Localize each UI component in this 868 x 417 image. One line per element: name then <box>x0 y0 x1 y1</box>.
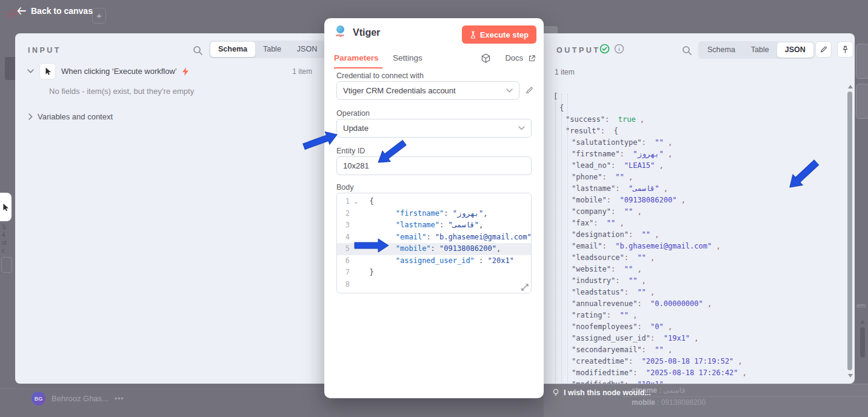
node-feedback-link[interactable]: I wish this node would... <box>564 389 651 397</box>
input-panel: INPUT Schema Table JSON When clicking ‘E… <box>15 33 324 384</box>
search-icon[interactable] <box>682 45 692 56</box>
info-icon[interactable] <box>614 44 624 54</box>
json-line: "industry": "" , <box>544 275 844 287</box>
divider <box>623 396 868 397</box>
execute-step-label: Execute step <box>480 30 529 39</box>
flask-icon <box>470 31 476 39</box>
chevron-down-icon[interactable] <box>27 69 34 73</box>
json-line: "leadstatus": "" , <box>544 287 844 298</box>
scrollbar-up-arrow[interactable] <box>848 85 853 88</box>
variables-and-context-toggle[interactable]: Variables and context <box>28 112 113 121</box>
operation-select[interactable]: Update <box>336 119 532 138</box>
json-line: "website": "" , <box>544 264 844 275</box>
node-tabs: Parameters Settings Docs <box>324 50 544 68</box>
entity-id-value: 10x281 <box>343 161 369 170</box>
user-options-icon[interactable]: ••• <box>115 395 124 403</box>
credential-select[interactable]: Vtiger CRM Credentials account <box>336 81 519 100</box>
background-small-box <box>1 257 12 273</box>
docs-link[interactable]: Docs <box>505 53 535 62</box>
json-line: "result": { <box>544 125 844 137</box>
cube-icon <box>481 53 490 63</box>
code-line[interactable]: 7 } <box>337 267 531 279</box>
input-item-count: 1 item <box>292 67 312 76</box>
divider <box>544 384 868 384</box>
output-tab-table[interactable]: Table <box>743 42 777 58</box>
output-json-lines[interactable]: [{"success": true ,"result": {"salutatio… <box>544 91 844 384</box>
tab-parameters[interactable]: Parameters <box>334 53 379 62</box>
cursor-icon <box>44 67 52 76</box>
trigger-node-icon-box <box>39 63 56 79</box>
json-line: "leadsource": "" , <box>544 252 844 264</box>
operation-label: Operation <box>336 109 370 118</box>
success-check-icon <box>599 44 610 54</box>
input-display-mode-tabs: Schema Table JSON <box>209 41 326 58</box>
json-line: "firstname": "بهروز" , <box>544 148 844 160</box>
credential-value: Vtiger CRM Credentials account <box>343 86 456 95</box>
background-divider <box>0 389 324 389</box>
search-icon[interactable] <box>193 45 203 56</box>
code-line[interactable]: 6 "assigned_user_id" : "20x1" <box>337 255 531 267</box>
json-line: "designation": "" , <box>544 229 844 241</box>
background-node-caption: S4stc <box>2 223 7 255</box>
chevron-down-icon <box>518 126 525 130</box>
scrollbar-down-arrow[interactable] <box>848 374 853 378</box>
node-header: vtiger Vtiger <box>333 25 380 40</box>
body-code-editor[interactable]: 1⌄ {2 "firstname": "بهروز",3 "lastname":… <box>336 193 532 293</box>
input-tab-json[interactable]: JSON <box>289 42 325 57</box>
input-tab-table[interactable]: Table <box>255 42 289 57</box>
code-line[interactable]: 2 "firstname": "بهروز", <box>337 208 531 220</box>
json-line: "annualrevenue": "0.00000000" , <box>544 298 844 310</box>
json-line: "lead_no": "LEA15" , <box>544 160 844 172</box>
node-title[interactable]: Vtiger <box>353 27 380 38</box>
code-line[interactable]: 4 "email": "b.ghasemei@gmail.com", <box>337 232 531 244</box>
input-source-node-row[interactable]: When clicking ‘Execute workflow’ 1 item <box>27 63 312 79</box>
expand-editor-icon[interactable] <box>521 284 529 291</box>
pin-data-button[interactable] <box>837 41 853 58</box>
background-canvas-button <box>856 44 868 79</box>
output-tab-json[interactable]: JSON <box>777 42 813 58</box>
input-tab-schema[interactable]: Schema <box>210 42 255 57</box>
json-line: "rating": "" , <box>544 310 844 321</box>
background-scroll-up <box>860 320 865 324</box>
code-line[interactable]: 5 "mobile": "09138086200", <box>337 243 531 255</box>
chevron-right-icon <box>28 113 33 120</box>
trigger-node-label: When clicking ‘Execute workflow’ <box>61 67 177 76</box>
edit-output-button[interactable] <box>815 41 832 58</box>
tab-settings[interactable]: Settings <box>393 53 422 62</box>
code-line[interactable]: 8 <box>337 279 531 291</box>
code-line[interactable]: 3 "lastname": "قاسمی", <box>337 219 531 232</box>
edit-credential-icon[interactable] <box>525 86 533 95</box>
code-line[interactable]: 1⌄ { <box>337 196 531 208</box>
background-tab <box>541 26 558 33</box>
back-to-canvas-button[interactable]: Back to canvas <box>17 6 93 16</box>
app-root: { "chrome": { "back_button": "Back to ca… <box>0 0 868 417</box>
add-node-button[interactable]: + <box>92 8 106 24</box>
background-item-count: em <box>856 302 866 309</box>
entity-id-input[interactable]: 10x281 <box>336 156 532 175</box>
output-scrollbar[interactable] <box>847 92 852 370</box>
external-link-icon <box>528 55 535 62</box>
row-value: قاسمی <box>663 386 685 395</box>
back-to-canvas-label: Back to canvas <box>31 6 93 16</box>
operation-value: Update <box>343 124 369 133</box>
docs-label: Docs <box>505 53 523 62</box>
background-table-row: mobile : 09138086200 <box>632 398 706 407</box>
node-resource-icon[interactable] <box>481 53 490 63</box>
json-line: "phone": "" , <box>544 172 844 183</box>
user-menu[interactable]: BG Behrooz Ghas... ••• <box>32 392 124 405</box>
output-panel-title: OUTPUT <box>556 46 600 55</box>
vtiger-wordmark: vtiger <box>336 33 344 37</box>
output-footer-area: stname : قاسمی mobile : 09138086200 I wi… <box>544 384 868 417</box>
json-line: "modifiedtime": "2025-08-18 17:26:42" , <box>544 367 844 379</box>
pin-icon <box>841 45 849 54</box>
vtiger-bird-icon <box>336 25 344 33</box>
json-line: "createdtime": "2025-08-18 17:19:52" , <box>544 356 844 367</box>
output-tab-schema[interactable]: Schema <box>699 42 743 58</box>
json-line: [ <box>544 91 844 102</box>
json-line: "mobile": "09138086200" , <box>544 195 844 206</box>
user-name: Behrooz Ghas... <box>52 394 109 403</box>
json-line: "modifiedby": "19x1" , <box>544 379 844 384</box>
arrow-left-icon <box>17 7 26 15</box>
node-detail-card: vtiger Vtiger Execute step Parameters Se… <box>324 18 544 398</box>
execute-step-button[interactable]: Execute step <box>462 25 536 44</box>
